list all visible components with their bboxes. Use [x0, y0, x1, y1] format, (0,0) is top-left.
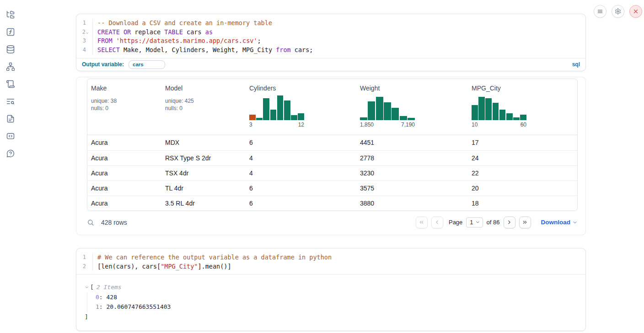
column-header[interactable]: MPG_City1060 [468, 79, 577, 135]
sidebar-item-help[interactable] [5, 148, 16, 159]
table-row: AcuraTSX 4dr4323022 [87, 165, 577, 180]
chevron-down-icon [475, 220, 480, 225]
code-line: 1-- Download a CSV and create an in-memo… [76, 19, 585, 28]
close-icon [633, 8, 639, 15]
document-icon [6, 114, 15, 123]
tree-entry: 0: 428 [96, 292, 585, 302]
axis-max: 7,190 [401, 122, 415, 128]
chevron-left-icon [434, 219, 440, 225]
column-header[interactable]: Makeunique: 38nulls: 0 [87, 79, 161, 135]
sidebar-item-file-explorer[interactable] [5, 10, 16, 20]
fold-chevron-icon[interactable]: ⌄ [86, 30, 91, 34]
axis-max: 12 [298, 122, 304, 128]
database-icon [6, 45, 15, 54]
line-number: 4 [76, 46, 93, 55]
tree-root: [ 2 Items [85, 282, 585, 292]
table-footer-left: 428 rows [87, 219, 127, 226]
column-header[interactable]: Modelunique: 425nulls: 0 [161, 79, 246, 135]
column-histogram: 1,8507,190 [360, 95, 415, 128]
download-button[interactable]: Download [541, 219, 578, 226]
table-cell: Acura [87, 166, 161, 180]
sql-code-editor[interactable]: 1-- Download a CSV and create an in-memo… [76, 14, 585, 58]
table-cell: Acura [87, 196, 161, 211]
table-cell: 4451 [356, 135, 468, 150]
list-search-icon [6, 97, 15, 106]
column-stats: unique: 425nulls: 0 [165, 97, 242, 112]
table-cell: 4 [246, 151, 356, 165]
tree-item-count: 2 Items [97, 282, 122, 292]
help-bubble-icon [6, 149, 15, 158]
table-cell: 17 [468, 135, 577, 150]
gear-icon [615, 8, 621, 15]
sql-output-area: Makeunique: 38nulls: 0Modelunique: 425nu… [76, 77, 586, 235]
column-label: Model [165, 85, 242, 92]
previous-page-button[interactable] [431, 217, 443, 228]
table-body: AcuraMDX6445117AcuraRSX Type S 2dr427782… [87, 135, 577, 211]
axis-min: 3 [249, 122, 252, 128]
code-line: 2[len(cars), cars["MPG_City"].mean()] [76, 262, 585, 271]
table-cell: Acura [87, 181, 161, 196]
column-label: MPG_City [472, 85, 574, 92]
table-row: AcuraMDX6445117 [87, 135, 577, 150]
line-number: 2 [76, 262, 93, 271]
settings-button[interactable] [612, 5, 624, 18]
language-badge[interactable]: sql [572, 61, 580, 68]
table-row: AcuraTL 4dr6357520 [87, 180, 577, 196]
code-line: 4SELECT Make, Model, Cylinders, Weight, … [76, 46, 585, 55]
chevrons-right-icon [522, 219, 528, 225]
sidebar-item-snippets[interactable] [5, 131, 16, 141]
sidebar-item-variables[interactable] [5, 27, 16, 37]
search-icon[interactable] [87, 219, 94, 226]
sidebar-item-logs[interactable] [5, 79, 16, 89]
sidebar-item-outline-search[interactable] [5, 96, 16, 106]
page-total: of 86 [487, 219, 500, 226]
last-page-button[interactable] [519, 217, 531, 228]
tree-open-bracket: [ [90, 282, 94, 292]
sql-cell: 1-- Download a CSV and create an in-memo… [76, 14, 586, 71]
table-cell: 6 [246, 181, 356, 196]
table-cell: TSX 4dr [161, 166, 246, 180]
column-header[interactable]: Weight1,8507,190 [356, 79, 468, 135]
network-icon [6, 62, 15, 71]
next-page-button[interactable] [504, 217, 515, 228]
table-cell: 3230 [356, 166, 468, 180]
chevrons-left-icon [419, 219, 424, 225]
code-line: 2⌄CREATE OR replace TABLE cars as [76, 28, 585, 37]
table-cell: 24 [468, 151, 577, 165]
page-select-value: 1 [470, 219, 473, 226]
notebook-area: 1-- Download a CSV and create an in-memo… [76, 0, 586, 331]
sidebar-item-dependency-graph[interactable] [5, 62, 16, 72]
table-header: Makeunique: 38nulls: 0Modelunique: 425nu… [87, 79, 577, 135]
table-cell: 2778 [356, 151, 468, 165]
column-label: Make [91, 85, 158, 92]
column-histogram: 312 [249, 95, 304, 128]
line-number: 2⌄ [76, 28, 93, 37]
menu-button[interactable] [594, 5, 606, 18]
scroll-icon [6, 79, 15, 89]
table-cell: 22 [468, 166, 577, 180]
chevron-right-icon [506, 219, 512, 225]
output-variable-input[interactable]: cars [129, 60, 165, 69]
shutdown-button[interactable] [629, 5, 642, 18]
column-label: Weight [360, 85, 464, 92]
row-count: 428 rows [101, 219, 127, 226]
first-page-button[interactable] [416, 217, 428, 228]
table-cell: RSX Type S 2dr [161, 151, 246, 165]
tree-collapse-icon[interactable] [85, 285, 90, 290]
column-label: Cylinders [249, 85, 353, 92]
column-stats: unique: 38nulls: 0 [91, 97, 158, 112]
function-square-icon [6, 27, 15, 37]
page-select[interactable]: 1 [466, 217, 483, 227]
column-header[interactable]: Cylinders312 [246, 79, 356, 135]
data-table: Makeunique: 38nulls: 0Modelunique: 425nu… [87, 79, 578, 211]
download-label: Download [541, 219, 571, 226]
table-cell: MDX [161, 135, 246, 150]
python-code-editor[interactable]: 1# We can reference the output variable … [76, 248, 585, 274]
file-tree-icon [6, 10, 15, 19]
table-cell: Acura [87, 135, 161, 150]
sidebar-item-documentation[interactable] [5, 114, 16, 124]
sidebar-item-data-sources[interactable] [5, 44, 16, 54]
tree-close-bracket: ] [85, 312, 585, 322]
table-cell: 18 [468, 196, 577, 211]
axis-max: 60 [521, 122, 526, 128]
